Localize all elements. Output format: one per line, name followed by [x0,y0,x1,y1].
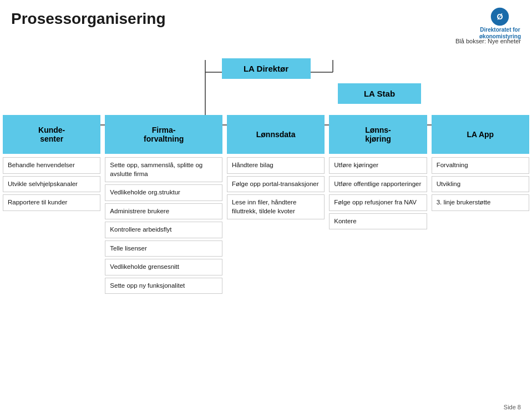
column-kundesenter: Kunde- senter Behandle henvendelser Utvi… [3,115,100,211]
col-items-lonnskjoring: Utføre kjøringer Utføre offentlige rappo… [329,157,427,229]
list-item: Lese inn filer, håndtere filuttrekk, til… [227,194,325,219]
list-item: Sette opp ny funksjonalitet [105,278,222,294]
list-item: Kontere [329,213,427,230]
col-header-lonnskjoring: Lønns- kjøring [329,115,427,154]
list-item: Behandle henvendelser [3,157,100,174]
svg-text:Ø: Ø [497,12,503,21]
list-item: Telle lisenser [105,240,222,257]
col-items-lonnsdata: Håndtere bilag Følge opp portal-transaks… [227,157,325,219]
logo-area: Ø Direktoratet for økonomistyring [479,7,521,40]
col-header-kundesenter: Kunde- senter [3,115,100,154]
list-item: Rapportere til kunder [3,194,100,211]
list-item: Vedlikeholde org.struktur [105,184,222,201]
box-stab: LA Stab [338,83,421,104]
logo-icon: Ø [490,7,510,27]
box-direktør: LA Direktør [222,58,311,79]
direktør-label: LA Direktør [244,64,288,73]
stab-label: LA Stab [364,89,395,98]
col-header-firmaforvaltning: Firma- forvaltning [105,115,222,154]
column-lonnskjoring: Lønns- kjøring Utføre kjøringer Utføre o… [329,115,427,229]
column-laapp: LA App Forvaltning Utvikling 3. linje br… [432,115,529,211]
page-title: Prosessorganisering [0,0,532,28]
list-item: Vedlikeholde grensesnitt [105,259,222,275]
col-items-firmaforvaltning: Sette opp, sammenslå, splitte og avslutt… [105,157,222,294]
list-item: Utføre kjøringer [329,157,427,174]
list-item: Administrere brukere [105,203,222,220]
page-footer: Side 8 [504,404,521,410]
col-header-lonnsdata: Lønnsdata [227,115,325,154]
page-wrapper: Ø Direktoratet for økonomistyring Blå bo… [0,0,532,416]
column-lonnsdata: Lønnsdata Håndtere bilag Følge opp porta… [227,115,325,219]
col-items-laapp: Forvaltning Utvikling 3. linje brukerstø… [432,157,529,211]
list-item: Utføre offentlige rapporteringer [329,176,427,193]
list-item: Kontrollere arbeidsflyt [105,222,222,238]
column-firmaforvaltning: Firma- forvaltning Sette opp, sammenslå,… [105,115,222,294]
list-item: Følge opp refusjoner fra NAV [329,194,427,211]
legend-text: Blå bokser: Nye enheter [455,38,521,44]
col-items-kundesenter: Behandle henvendelser Utvikle selvhjelps… [3,157,100,211]
list-item: Utvikle selvhjelpskanaler [3,176,100,193]
list-item: Sette opp, sammenslå, splitte og avslutt… [105,157,222,182]
list-item: Forvaltning [432,157,529,174]
list-item: Utvikling [432,176,529,193]
logo-line1: Direktoratet for [480,27,520,33]
list-item: 3. linje brukerstøtte [432,194,529,211]
list-item: Følge opp portal-transaksjoner [227,176,325,193]
col-header-laapp: LA App [432,115,529,154]
list-item: Håndtere bilag [227,157,325,174]
